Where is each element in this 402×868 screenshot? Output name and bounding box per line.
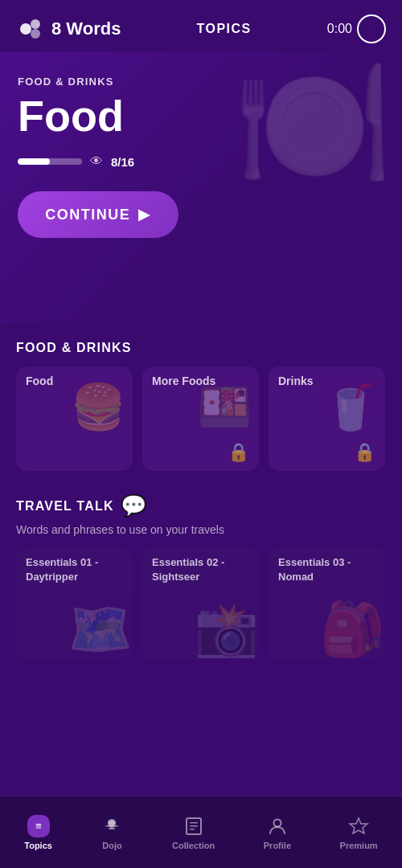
progress-fill	[18, 158, 50, 165]
svg-rect-5	[35, 827, 41, 828]
food-drinks-section: FOOD & DRINKS Food 🍔 More Foods 🍱 🔒 Drin…	[0, 325, 402, 479]
travel-card-sightseer-icon: 📸	[194, 599, 259, 660]
timer-display: 0:00	[327, 22, 352, 36]
svg-point-8	[108, 819, 116, 825]
speech-bubble-icon: 💬	[121, 493, 146, 518]
food-card-drinks-icon: 🥤	[323, 381, 379, 433]
progress-count: 8/16	[111, 155, 134, 169]
food-section-title-row: FOOD & DRINKS	[16, 341, 386, 355]
travel-card-nomad[interactable]: Essentials 03 - Nomad 🎒	[269, 547, 385, 660]
header-right: 0:00	[327, 14, 386, 43]
hero-category: FOOD & DRINKS	[18, 76, 384, 88]
travel-section-title-row: TRAVEL TALK 💬	[16, 493, 386, 518]
lock-icon-more-foods: 🔒	[228, 442, 249, 463]
hero-section: 🍽️ FOOD & DRINKS Food 👁 8/16 CONTINUE ▶	[0, 51, 402, 325]
travel-cards-row: Essentials 01 - Daytripper 🗺️ Essentials…	[16, 547, 386, 660]
travel-section-title: TRAVEL TALK	[16, 499, 114, 514]
bottom-nav: Topics Dojo Collection	[0, 796, 402, 868]
profile-nav-icon	[266, 815, 289, 837]
travel-card-nomad-icon: 🎒	[320, 599, 385, 660]
header-left: 8 Words	[16, 14, 121, 43]
food-card-food-icon: 🍔	[71, 381, 126, 433]
nav-item-profile[interactable]: Profile	[254, 810, 301, 855]
nav-label-premium: Premium	[340, 841, 378, 850]
topics-nav-icon	[27, 815, 50, 837]
svg-rect-4	[35, 825, 41, 826]
hero-topic-title: Food	[18, 92, 384, 140]
svg-rect-7	[109, 828, 115, 829]
food-card-food-title: Food	[26, 375, 123, 387]
travel-talk-section: TRAVEL TALK 💬 Words and phrases to use o…	[0, 479, 402, 668]
nav-label-collection: Collection	[172, 841, 215, 850]
lock-icon-drinks: 🔒	[354, 442, 375, 463]
food-card-food[interactable]: Food 🍔	[16, 366, 133, 471]
travel-card-sightseer-title: Essentials 02 - Sightseer	[152, 555, 249, 584]
continue-button[interactable]: CONTINUE ▶	[18, 191, 178, 238]
travel-section-subtitle: Words and phrases to use on your travels	[16, 523, 386, 536]
nav-item-topics[interactable]: Topics	[14, 810, 62, 855]
svg-marker-15	[350, 818, 367, 833]
progress-row: 👁 8/16	[18, 154, 384, 169]
nav-label-profile: Profile	[264, 841, 291, 850]
timer-circle	[357, 14, 386, 43]
food-card-more-foods-icon: 🍱	[197, 381, 252, 433]
logo-icon	[16, 14, 45, 43]
svg-point-14	[273, 819, 281, 826]
continue-label: CONTINUE	[45, 207, 130, 223]
food-card-more-foods[interactable]: More Foods 🍱 🔒	[142, 366, 259, 471]
svg-rect-11	[190, 822, 198, 824]
dojo-nav-icon	[100, 815, 123, 837]
app-title: 8 Words	[51, 18, 121, 39]
svg-point-0	[20, 23, 31, 35]
progress-bar	[18, 158, 82, 165]
food-cards-row: Food 🍔 More Foods 🍱 🔒 Drinks 🥤 🔒	[16, 366, 386, 471]
travel-card-daytripper-icon: 🗺️	[68, 599, 133, 660]
progress-eye-icon: 👁	[90, 154, 103, 169]
travel-card-nomad-title: Essentials 03 - Nomad	[278, 555, 375, 584]
travel-card-daytripper[interactable]: Essentials 01 - Daytripper 🗺️	[16, 547, 133, 660]
svg-point-2	[31, 29, 40, 39]
collection-nav-icon	[183, 815, 205, 837]
nav-label-dojo: Dojo	[102, 841, 121, 850]
header: 8 Words TOPICS 0:00	[0, 0, 402, 51]
food-card-more-foods-title: More Foods	[152, 375, 249, 387]
food-card-drinks[interactable]: Drinks 🥤 🔒	[269, 366, 385, 471]
nav-item-dojo[interactable]: Dojo	[91, 810, 133, 855]
play-icon: ▶	[138, 206, 151, 223]
nav-label-topics: Topics	[24, 841, 52, 850]
travel-card-sightseer[interactable]: Essentials 02 - Sightseer 📸	[142, 547, 259, 660]
progress-bar-container	[18, 158, 82, 165]
svg-point-1	[31, 19, 40, 29]
food-section-title: FOOD & DRINKS	[16, 341, 132, 355]
svg-rect-3	[35, 824, 41, 825]
topics-label: TOPICS	[196, 22, 251, 36]
food-card-drinks-title: Drinks	[278, 375, 375, 387]
travel-card-daytripper-title: Essentials 01 - Daytripper	[26, 555, 123, 584]
premium-nav-icon	[347, 815, 370, 837]
nav-item-premium[interactable]: Premium	[330, 810, 388, 855]
svg-rect-12	[190, 825, 198, 827]
svg-rect-9	[105, 825, 118, 827]
svg-rect-13	[190, 829, 195, 830]
nav-item-collection[interactable]: Collection	[162, 810, 224, 855]
